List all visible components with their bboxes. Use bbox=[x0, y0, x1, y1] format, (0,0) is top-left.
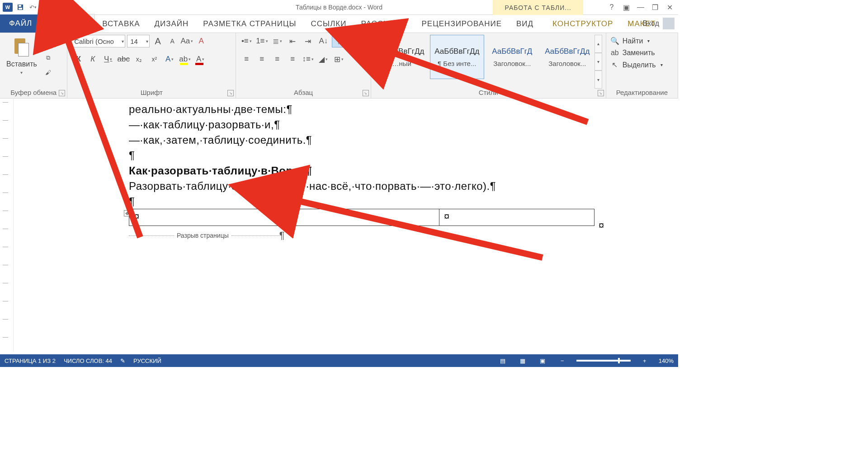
grow-font-button[interactable]: A bbox=[151, 35, 164, 47]
bullets-button[interactable]: •≡ bbox=[240, 35, 253, 47]
table-cell[interactable]: ¤ bbox=[439, 209, 594, 226]
subscript-button[interactable]: x₂ bbox=[132, 53, 145, 66]
tab-insert[interactable]: ВСТАВКА bbox=[95, 15, 147, 33]
save-button[interactable] bbox=[15, 2, 25, 12]
cut-button[interactable]: ✂ bbox=[42, 38, 54, 48]
find-button[interactable]: 🔍Найти▾ bbox=[610, 35, 674, 47]
style-no-spacing[interactable]: АаБбВвГгДд ¶ Без инте... bbox=[430, 35, 484, 79]
align-center-button[interactable]: ≡ bbox=[255, 53, 269, 66]
format-painter-button[interactable]: 🖌 bbox=[42, 67, 54, 77]
dialog-launcher[interactable]: ↘ bbox=[59, 90, 65, 96]
sort-button[interactable]: A↓ bbox=[316, 35, 330, 47]
title-bar: W ↶▾ ↷ ▾ Таблицы в Ворде.docx - Word РАБ… bbox=[0, 0, 678, 15]
undo-button[interactable]: ↶▾ bbox=[28, 2, 38, 12]
svg-rect-2 bbox=[19, 8, 22, 9]
style-heading1[interactable]: АаБбВвГгД Заголовок... bbox=[485, 35, 539, 79]
table-tools-tab-label: РАБОТА С ТАБЛИ... bbox=[493, 0, 583, 15]
document-page[interactable]: реально·актуальны·две·темы:¶ —·как·табли… bbox=[14, 99, 678, 352]
group-title: Абзац bbox=[240, 89, 367, 97]
dialog-launcher[interactable]: ↘ bbox=[598, 90, 604, 96]
qat-dropdown[interactable]: ▾ bbox=[53, 2, 63, 12]
italic-button[interactable]: К bbox=[86, 53, 99, 66]
sign-in-label: Вход bbox=[643, 19, 659, 28]
paste-icon bbox=[13, 37, 31, 58]
font-size-combobox[interactable]: 14▾ bbox=[127, 35, 150, 47]
tab-mailings[interactable]: РАССЫЛКИ bbox=[354, 15, 414, 33]
paste-button[interactable]: Вставить ▾ bbox=[4, 35, 40, 77]
zoom-slider[interactable] bbox=[576, 360, 631, 362]
highlight-button[interactable]: ab bbox=[179, 53, 191, 66]
table-cell[interactable]: ¤ bbox=[284, 209, 439, 226]
tab-home[interactable]: ГЛАВНАЯ bbox=[41, 14, 95, 33]
borders-button[interactable]: ⊞ bbox=[332, 53, 345, 66]
tab-review[interactable]: РЕЦЕНЗИРОВАНИЕ bbox=[415, 15, 509, 33]
dialog-launcher[interactable]: ↘ bbox=[363, 90, 369, 96]
sign-in[interactable]: Вход bbox=[643, 18, 675, 29]
table-cell[interactable]: ¤ bbox=[129, 209, 284, 226]
font-name-combobox[interactable]: Calibri (Осно▾ bbox=[71, 35, 125, 47]
tab-references[interactable]: ССЫЛКИ bbox=[304, 15, 354, 33]
tab-table-constructor[interactable]: КОНСТРУКТОР bbox=[545, 15, 620, 33]
zoom-out-button[interactable]: − bbox=[557, 356, 568, 365]
table-move-handle[interactable]: ✥ bbox=[124, 210, 130, 216]
document-area: реально·актуальны·две·темы:¶ —·как·табли… bbox=[0, 99, 678, 352]
justify-button[interactable]: ≡ bbox=[286, 53, 299, 66]
page-indicator[interactable]: СТРАНИЦА 1 ИЗ 2 bbox=[5, 357, 56, 364]
multilevel-list-button[interactable]: ≣ bbox=[270, 35, 284, 47]
decrease-indent-button[interactable]: ⇤ bbox=[286, 35, 299, 47]
scroll-up-icon[interactable]: ▴ bbox=[594, 35, 602, 53]
increase-indent-button[interactable]: ⇥ bbox=[301, 35, 315, 47]
text-line-heading: Как·разорвать·таблицу·в·Ворде¶ bbox=[129, 164, 678, 177]
spellcheck-icon[interactable]: ✎ bbox=[120, 357, 125, 364]
tab-view[interactable]: ВИД bbox=[509, 15, 541, 33]
align-left-button[interactable]: ≡ bbox=[240, 53, 253, 66]
redo-button[interactable]: ↷ bbox=[41, 2, 51, 12]
language-indicator[interactable]: РУССКИЙ bbox=[133, 357, 161, 364]
line-spacing-button[interactable]: ↕≡ bbox=[301, 53, 315, 66]
zoom-in-button[interactable]: + bbox=[639, 356, 651, 365]
select-icon: ↖ bbox=[610, 61, 620, 69]
zoom-level[interactable]: 140% bbox=[659, 357, 674, 364]
help-button[interactable]: ? bbox=[606, 2, 618, 13]
group-title: Редактирование bbox=[610, 89, 674, 97]
numbering-button[interactable]: 1≡ bbox=[255, 35, 269, 47]
group-styles: АаБбВвГгДд …ный АаБбВвГгДд ¶ Без инте...… bbox=[371, 33, 606, 98]
minimize-button[interactable]: — bbox=[635, 2, 646, 13]
shrink-font-button[interactable]: A bbox=[166, 35, 179, 47]
ribbon-display-button[interactable]: ▣ bbox=[620, 2, 632, 13]
scroll-down-icon[interactable]: ▾ bbox=[594, 53, 602, 71]
chevron-down-icon: ▾ bbox=[20, 70, 23, 75]
close-button[interactable]: ✕ bbox=[664, 2, 675, 13]
svg-rect-1 bbox=[19, 5, 21, 7]
bold-button[interactable]: Ж bbox=[71, 53, 84, 66]
text-effects-button[interactable]: A bbox=[163, 53, 176, 66]
word-count[interactable]: ЧИСЛО СЛОВ: 44 bbox=[64, 357, 112, 364]
tab-design[interactable]: ДИЗАЙН bbox=[147, 15, 196, 33]
group-title: Стили bbox=[375, 89, 602, 97]
align-right-button[interactable]: ≡ bbox=[270, 53, 284, 66]
print-layout-button[interactable]: ▦ bbox=[517, 356, 528, 365]
restore-button[interactable]: ❐ bbox=[649, 2, 661, 13]
read-mode-button[interactable]: ▤ bbox=[497, 356, 509, 365]
replace-button[interactable]: abЗаменить bbox=[610, 47, 674, 59]
tab-file[interactable]: ФАЙЛ bbox=[0, 14, 41, 33]
copy-button[interactable]: ⧉ bbox=[42, 53, 54, 63]
dialog-launcher[interactable]: ↘ bbox=[227, 90, 234, 96]
styles-more-icon[interactable]: ▾ bbox=[594, 70, 602, 89]
select-button[interactable]: ↖Выделить▾ bbox=[610, 59, 674, 71]
font-color-button[interactable]: A bbox=[194, 53, 207, 66]
clear-formatting-button[interactable]: A bbox=[195, 35, 208, 47]
styles-scroll[interactable]: ▴ ▾ ▾ bbox=[594, 35, 602, 89]
group-clipboard: Вставить ▾ ✂ ⧉ 🖌 Буфер обмена ↘ bbox=[0, 33, 67, 98]
show-hide-button[interactable]: ¶ bbox=[332, 35, 345, 47]
superscript-button[interactable]: x² bbox=[148, 53, 160, 66]
style-normal[interactable]: АаБбВвГгДд …ный bbox=[375, 35, 429, 79]
strikethrough-button[interactable]: abc bbox=[117, 53, 130, 66]
web-layout-button[interactable]: ▣ bbox=[537, 356, 548, 365]
tab-page-layout[interactable]: РАЗМЕТКА СТРАНИЦЫ bbox=[196, 15, 303, 33]
table[interactable]: ¤ ¤ ¤ bbox=[129, 209, 594, 226]
change-case-button[interactable]: Aa bbox=[180, 35, 193, 47]
style-heading2[interactable]: АаБбВвГгДд Заголовок... bbox=[540, 35, 594, 79]
shading-button[interactable]: ◢ bbox=[316, 53, 330, 66]
underline-button[interactable]: Ч bbox=[102, 53, 114, 66]
